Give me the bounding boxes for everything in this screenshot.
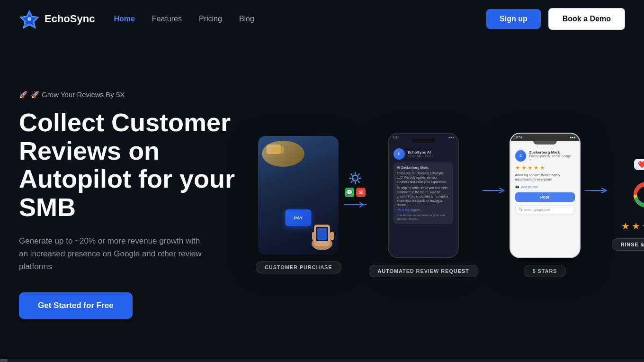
star-rating: ★ ★ ★ ★ ★ (515, 164, 575, 171)
hero-title: Collect Customer Reviews on Autopilot fo… (19, 109, 237, 221)
svg-point-2 (27, 17, 31, 21)
google-panel: ❤️ 1K (613, 159, 644, 232)
nav-home[interactable]: Home (114, 15, 134, 23)
email-icon: ✉ (356, 188, 366, 197)
flow-container: PAY CUSTOMER PU (256, 133, 644, 277)
hero-section: 🚀 🚀 Grow Your Reviews By 5X Collect Cust… (0, 38, 644, 362)
nav-pricing[interactable]: Pricing (199, 15, 222, 23)
arrow-2-svg (482, 185, 506, 196)
post-button[interactable]: Post (515, 192, 575, 202)
flow-step-4: ❤️ 1K (612, 159, 644, 251)
star-5: ★ (540, 164, 545, 171)
echosync-avatar: E (394, 148, 405, 160)
whatsapp-icon: 💬 (345, 188, 354, 197)
cta-button[interactable]: Get Started for Free (19, 292, 133, 319)
add-photo-link: 📷Add photos (515, 185, 575, 189)
logo-link[interactable]: EchoSync (19, 9, 95, 29)
nav-left: EchoSync Home Features Pricing Blog (19, 9, 254, 29)
echosync-name: EchoSync AI (408, 150, 453, 154)
logo-icon (19, 9, 40, 29)
svg-rect-7 (312, 232, 316, 240)
svg-rect-8 (330, 232, 334, 240)
phone-review-request: 9:41 ●●● E EchoSync AI 11:07 AM - TEXT (388, 133, 459, 258)
rocket-icon: 🚀 (19, 90, 28, 99)
flow-label-3: 5 STARS (524, 265, 566, 277)
review-text: Amazing service! Would highly recommend … (515, 173, 575, 182)
heart-icon: ❤️ (638, 161, 644, 168)
google-search-bar: 🔍search.google.com (515, 206, 575, 213)
scrollbar[interactable] (0, 359, 644, 362)
flow-step-2: 9:41 ●●● E EchoSync AI 11:07 AM - TEXT (369, 133, 478, 277)
gear-icon: AI (348, 171, 363, 186)
nav-features[interactable]: Features (152, 15, 182, 23)
phone-purchase: PAY (258, 136, 339, 254)
like-badge: ❤️ 1K (634, 159, 644, 170)
star-3: ★ (528, 164, 533, 171)
star-4: ★ (534, 164, 539, 171)
star-2: ★ (521, 164, 527, 171)
star-1: ★ (515, 164, 520, 171)
reviewer-name: Zuckerburg Mark (529, 150, 574, 154)
hero-right: PAY CUSTOMER PU (237, 133, 644, 277)
hero-badge-text: 🚀 Grow Your Reviews By 5X (31, 90, 125, 99)
nav-right: Sign up Book a Demo (486, 8, 625, 30)
flow-arrow-1: AI 💬 ✉ (343, 171, 367, 210)
flow-step-3: 10:54●●● Z Zuckerburg Mark Posting publi… (510, 133, 581, 277)
scroll-thumb[interactable] (0, 359, 8, 362)
review-message: Hi Zuckerburg Mark, Thank you for choosi… (394, 163, 453, 224)
hero-badge: 🚀 🚀 Grow Your Reviews By 5X (19, 90, 125, 99)
hero-left: 🚀 🚀 Grow Your Reviews By 5X Collect Cust… (19, 90, 237, 318)
svg-text:AI: AI (352, 177, 356, 181)
zuckerburg-avatar: Z (515, 150, 527, 162)
flow-step-1: PAY CUSTOMER PU (256, 136, 341, 273)
review-link: https://g.page/r/... (397, 208, 450, 212)
flow-label-2: AUTOMATED REVIEW REQUEST (369, 265, 478, 277)
google-star-3: ★ (642, 220, 644, 232)
flow-arrow-3 (584, 185, 608, 196)
navbar: EchoSync Home Features Pricing Blog Sign… (0, 0, 644, 38)
arrow-1-svg (343, 199, 367, 210)
flow-label-1: CUSTOMER PURCHASE (256, 261, 341, 273)
arrow-3-svg (584, 185, 608, 196)
phone-5stars: 10:54●●● Z Zuckerburg Mark Posting publi… (510, 133, 581, 258)
svg-rect-6 (317, 228, 327, 240)
demo-button[interactable]: Book a Demo (548, 8, 625, 30)
nav-links: Home Features Pricing Blog (114, 15, 254, 23)
flow-label-4: RINSE & REPEAT! (612, 238, 644, 251)
flow-arrow-2 (482, 185, 506, 196)
signup-button[interactable]: Sign up (486, 9, 541, 29)
nav-blog[interactable]: Blog (239, 15, 254, 23)
logo-text: EchoSync (45, 13, 95, 25)
google-star-rating: ★ ★ ★ ★ ★ (621, 220, 644, 232)
hero-subtitle: Generate up to ~20% or more revenue grow… (19, 235, 208, 273)
google-star-2: ★ (632, 220, 640, 232)
hand-svg (305, 208, 339, 251)
google-logo-icon (625, 174, 644, 217)
google-star-1: ★ (621, 220, 630, 232)
